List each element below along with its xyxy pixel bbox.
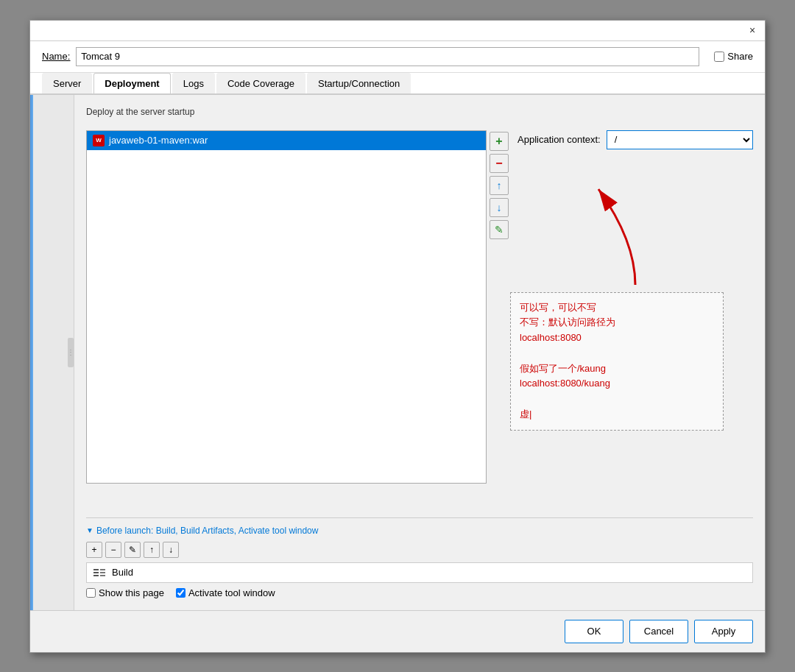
left-panel: ⋮: [30, 95, 74, 610]
red-arrow: [576, 167, 672, 292]
annotation-line2: 不写：默认访问路径为: [520, 315, 714, 330]
activate-window-checkbox[interactable]: [176, 588, 186, 598]
svg-rect-5: [100, 572, 105, 573]
annotation-line1: 可以写，可以不写: [520, 300, 714, 316]
name-row: Name: Share: [30, 41, 765, 73]
annotation-line5: 假如写了一个/kaung: [520, 361, 714, 377]
svg-rect-2: [93, 572, 99, 573]
name-label: Name:: [42, 51, 70, 62]
svg-rect-6: [100, 575, 105, 576]
close-button[interactable]: ×: [746, 24, 759, 37]
deploy-list[interactable]: W javaweb-01-maven:war: [86, 130, 487, 484]
add-deploy-button[interactable]: +: [490, 132, 509, 151]
before-launch-edit-button[interactable]: ✎: [124, 542, 141, 558]
build-row: Build: [86, 562, 753, 583]
deploy-section-label: Deploy at the server startup: [86, 107, 753, 117]
svg-rect-3: [93, 575, 99, 576]
share-label: Share: [727, 51, 753, 62]
move-up-button[interactable]: ↑: [490, 176, 509, 195]
deploy-section: W javaweb-01-maven:war + − ↑ ↓ ✎: [86, 130, 753, 509]
before-launch-up-button[interactable]: ↑: [144, 542, 160, 558]
build-label: Build: [112, 567, 133, 578]
deploy-item-label: javaweb-01-maven:war: [109, 135, 208, 146]
remove-deploy-button[interactable]: −: [490, 154, 509, 173]
annotation-box: 可以写，可以不写 不写：默认访问路径为 localhost:8080 假如写了一…: [510, 292, 724, 431]
war-icon: W: [93, 135, 105, 146]
before-launch-remove-button[interactable]: −: [105, 542, 121, 558]
right-main: Deploy at the server startup W javaweb-0…: [74, 95, 765, 610]
annotation-line8: 虚|: [520, 407, 714, 422]
share-checkbox[interactable]: [714, 52, 724, 62]
show-page-option: Show this page: [86, 587, 164, 598]
before-launch-section: ▼ Before launch: Build, Build Artifacts,…: [86, 517, 753, 598]
svg-rect-4: [100, 569, 105, 570]
apply-button[interactable]: Apply: [694, 620, 753, 643]
annotation-line6: localhost:8080/kuang: [520, 376, 714, 392]
app-context-select[interactable]: /: [607, 130, 753, 149]
tabs-bar: Server Deployment Logs Code Coverage Sta…: [30, 73, 765, 95]
cancel-button[interactable]: Cancel: [629, 620, 688, 643]
activate-window-option: Activate tool window: [176, 587, 275, 598]
list-actions: + − ↑ ↓ ✎: [490, 130, 509, 509]
right-panel: Application context: /: [517, 130, 753, 509]
edit-deploy-button[interactable]: ✎: [490, 220, 509, 239]
before-launch-toolbar: + − ✎ ↑ ↓: [86, 542, 753, 558]
before-launch-header[interactable]: ▼ Before launch: Build, Build Artifacts,…: [86, 526, 753, 536]
show-page-label: Show this page: [99, 587, 164, 598]
show-page-checkbox[interactable]: [86, 588, 96, 598]
content-area: Deploy at the server startup W javaweb-0…: [74, 95, 765, 610]
before-launch-label: Before launch: Build, Build Artifacts, A…: [96, 526, 319, 536]
deploy-list-container: W javaweb-01-maven:war + − ↑ ↓ ✎: [86, 130, 509, 509]
left-accent: [30, 95, 33, 610]
app-context-label: Application context:: [517, 134, 601, 145]
expand-triangle-icon: ▼: [86, 526, 93, 534]
options-row: Show this page Activate tool window: [86, 587, 753, 598]
app-context-row: Application context: /: [517, 130, 753, 149]
footer: OK Cancel Apply: [30, 610, 765, 652]
deploy-item[interactable]: W javaweb-01-maven:war: [87, 131, 486, 150]
before-launch-down-button[interactable]: ↓: [163, 542, 179, 558]
tab-code-coverage[interactable]: Code Coverage: [216, 73, 305, 93]
annotation-line3: localhost:8080: [520, 330, 714, 346]
before-launch-add-button[interactable]: +: [86, 542, 102, 558]
activate-window-label: Activate tool window: [188, 587, 275, 598]
dialog: × Name: Share Server Deployment Logs Cod…: [29, 20, 766, 653]
svg-rect-1: [93, 569, 99, 570]
move-down-button[interactable]: ↓: [490, 198, 509, 217]
main-content: ⋮ Deploy at the server startup W javaweb…: [30, 95, 765, 610]
tab-logs[interactable]: Logs: [172, 73, 215, 93]
title-bar: ×: [30, 21, 765, 41]
name-input[interactable]: [76, 47, 699, 66]
tab-startup-connection[interactable]: Startup/Connection: [307, 73, 411, 93]
tab-server[interactable]: Server: [42, 73, 92, 93]
ok-button[interactable]: OK: [565, 620, 623, 643]
build-icon: [93, 566, 106, 579]
share-area: Share: [714, 51, 753, 62]
sidebar-handle[interactable]: ⋮: [68, 338, 74, 367]
tab-deployment[interactable]: Deployment: [93, 73, 170, 93]
